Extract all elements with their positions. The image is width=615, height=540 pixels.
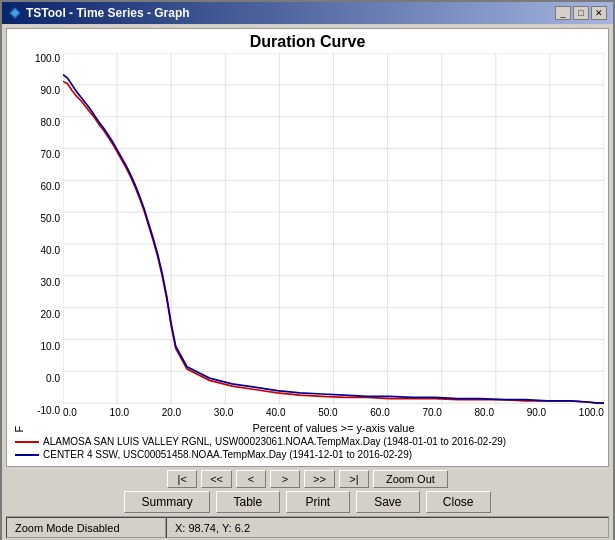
legend-text-1: ALAMOSA SAN LUIS VALLEY RGNL, USW0002306… xyxy=(43,436,506,447)
title-bar-buttons: _ □ ✕ xyxy=(555,6,607,20)
nav-prev-button[interactable]: < xyxy=(236,470,266,488)
status-coords: X: 98.74, Y: 6.2 xyxy=(166,517,609,538)
y-axis-ticks: 100.090.080.070.060.050.040.030.020.010.… xyxy=(25,53,63,434)
x-axis-label: Percent of values >= y-axis value xyxy=(63,422,604,434)
nav-next-many-button[interactable]: >> xyxy=(304,470,335,488)
legend-text-2: CENTER 4 SSW, USC00051458.NOAA.TempMax.D… xyxy=(43,449,412,460)
save-button[interactable]: Save xyxy=(356,491,420,513)
table-button[interactable]: Table xyxy=(216,491,280,513)
content-area: Duration Curve F 100.090.080.070.060.050… xyxy=(2,24,613,540)
nav-next-button[interactable]: > xyxy=(270,470,300,488)
legend-line-red xyxy=(15,441,39,443)
x-tick: 0.0 xyxy=(63,407,77,421)
action-row: Summary Table Print Save Close xyxy=(6,491,609,513)
y-tick: 90.0 xyxy=(25,85,60,96)
y-tick: 100.0 xyxy=(25,53,60,64)
nav-row: |< << < > >> >| Zoom Out xyxy=(6,470,609,488)
x-tick: 100.0 xyxy=(579,407,604,421)
title-bar: TSTool - Time Series - Graph _ □ ✕ xyxy=(2,2,613,24)
y-tick: -10.0 xyxy=(25,405,60,416)
maximize-button[interactable]: □ xyxy=(573,6,589,20)
print-button[interactable]: Print xyxy=(286,491,350,513)
legend-area: ALAMOSA SAN LUIS VALLEY RGNL, USW0002306… xyxy=(11,434,604,462)
chart-svg xyxy=(63,53,604,405)
status-mode: Zoom Mode Disabled xyxy=(6,517,166,538)
status-bar: Zoom Mode Disabled X: 98.74, Y: 6.2 xyxy=(6,516,609,538)
x-axis-ticks: 0.010.020.030.040.050.060.070.080.090.01… xyxy=(63,405,604,421)
y-tick: 10.0 xyxy=(25,341,60,352)
minimize-button[interactable]: _ xyxy=(555,6,571,20)
x-tick: 60.0 xyxy=(370,407,389,421)
chart-container: Duration Curve F 100.090.080.070.060.050… xyxy=(6,28,609,467)
graph-svg xyxy=(63,53,604,405)
y-tick: 0.0 xyxy=(25,373,60,384)
x-tick: 20.0 xyxy=(162,407,181,421)
x-tick: 80.0 xyxy=(475,407,494,421)
y-tick: 70.0 xyxy=(25,149,60,160)
legend-line-blue xyxy=(15,454,39,456)
graph-and-xaxis: 0.010.020.030.040.050.060.070.080.090.01… xyxy=(63,53,604,434)
y-tick: 40.0 xyxy=(25,245,60,256)
x-tick: 40.0 xyxy=(266,407,285,421)
legend-item-1: ALAMOSA SAN LUIS VALLEY RGNL, USW0002306… xyxy=(15,436,600,447)
x-tick: 90.0 xyxy=(527,407,546,421)
main-window: TSTool - Time Series - Graph _ □ ✕ Durat… xyxy=(0,0,615,540)
x-tick: 30.0 xyxy=(214,407,233,421)
chart-area: F 100.090.080.070.060.050.040.030.020.01… xyxy=(11,53,604,434)
y-axis-label: F xyxy=(11,53,25,434)
window-title: TSTool - Time Series - Graph xyxy=(26,6,190,20)
y-tick: 80.0 xyxy=(25,117,60,128)
x-tick: 70.0 xyxy=(422,407,441,421)
summary-button[interactable]: Summary xyxy=(124,491,209,513)
title-bar-left: TSTool - Time Series - Graph xyxy=(8,6,190,20)
app-icon xyxy=(8,6,22,20)
x-tick: 10.0 xyxy=(110,407,129,421)
nav-last-button[interactable]: >| xyxy=(339,470,369,488)
y-tick: 30.0 xyxy=(25,277,60,288)
y-tick: 20.0 xyxy=(25,309,60,320)
chart-title: Duration Curve xyxy=(11,33,604,51)
y-tick: 60.0 xyxy=(25,181,60,192)
nav-prev-many-button[interactable]: << xyxy=(201,470,232,488)
zoom-out-button[interactable]: Zoom Out xyxy=(373,470,448,488)
nav-first-button[interactable]: |< xyxy=(167,470,197,488)
legend-item-2: CENTER 4 SSW, USC00051458.NOAA.TempMax.D… xyxy=(15,449,600,460)
y-tick: 50.0 xyxy=(25,213,60,224)
x-tick: 50.0 xyxy=(318,407,337,421)
close-button[interactable]: Close xyxy=(426,491,491,513)
close-window-button[interactable]: ✕ xyxy=(591,6,607,20)
